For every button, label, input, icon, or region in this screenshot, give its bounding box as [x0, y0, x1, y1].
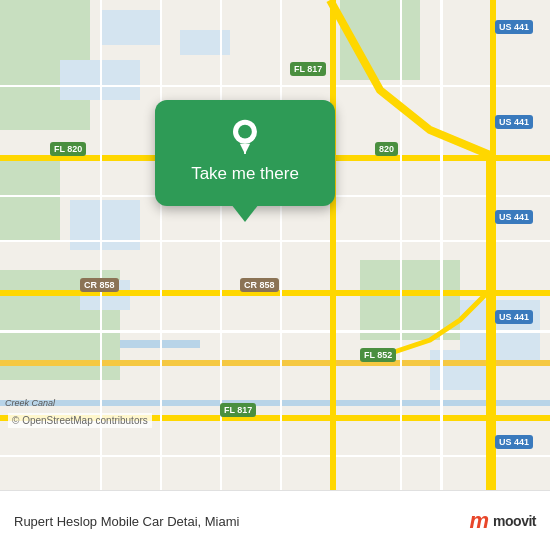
road-h-5 [0, 455, 550, 457]
label-us441-top: US 441 [495, 20, 533, 34]
moovit-brand-text: moovit [493, 513, 536, 529]
label-fl817-bot: FL 817 [220, 403, 256, 417]
label-fl852: FL 852 [360, 348, 396, 362]
label-820-east: 820 [375, 142, 398, 156]
road-v-4 [280, 0, 282, 490]
green-area-5 [340, 0, 420, 80]
popup-button-label[interactable]: Take me there [191, 164, 299, 184]
label-us441-2: US 441 [495, 115, 533, 129]
road-h-1 [0, 85, 550, 87]
road-v-2 [160, 0, 162, 490]
road-v-5 [400, 0, 402, 490]
label-us441-3: US 441 [495, 210, 533, 224]
svg-marker-2 [240, 144, 250, 154]
road-v-fl817 [330, 0, 336, 490]
road-fl852 [0, 360, 550, 366]
popup-bubble[interactable]: Take me there [155, 100, 335, 206]
moovit-logo: m moovit [470, 508, 536, 534]
label-us441-5: US 441 [495, 435, 533, 449]
separator: , [198, 514, 205, 529]
block-1 [100, 10, 160, 45]
location-popup[interactable]: Take me there [155, 100, 335, 206]
place-info: Rupert Heslop Mobile Car Detai, Miami [14, 512, 239, 530]
creek-canal-label: Creek Canal [5, 398, 55, 408]
block-4 [70, 200, 140, 250]
location-pin-icon [227, 118, 263, 154]
svg-point-1 [238, 125, 252, 139]
green-area-6 [360, 260, 460, 340]
road-h-4 [0, 330, 550, 333]
canal-bottom [0, 400, 550, 406]
label-us441-4: US 441 [495, 310, 533, 324]
label-cr858-left: CR 858 [80, 278, 119, 292]
label-fl820: FL 820 [50, 142, 86, 156]
block-7 [430, 350, 490, 390]
block-2 [180, 30, 230, 55]
label-fl817-top: FL 817 [290, 62, 326, 76]
green-area-2 [0, 160, 60, 240]
road-v-us441-main [490, 0, 496, 490]
map-view: FL 817 FL 820 820 US 441 US 441 US 441 U… [0, 0, 550, 490]
bottom-bar: Rupert Heslop Mobile Car Detai, Miami m … [0, 490, 550, 550]
label-cr858-right: CR 858 [240, 278, 279, 292]
green-area-4 [0, 0, 80, 50]
moovit-m-letter: m [470, 508, 490, 534]
place-name: Rupert Heslop Mobile Car Detai [14, 514, 198, 529]
city-name: Miami [205, 514, 240, 529]
road-h-3 [0, 240, 550, 242]
road-v-6 [440, 0, 443, 490]
osm-attribution: © OpenStreetMap contributors [8, 413, 152, 428]
